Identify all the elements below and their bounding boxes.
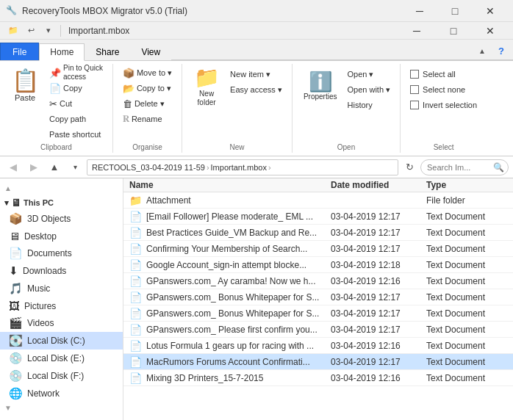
refresh-button[interactable]: ↻ xyxy=(401,159,417,175)
file-list-area: Name Date modified Type 📁 Attachment Fil… xyxy=(123,178,513,420)
qa-down-btn[interactable]: ▾ xyxy=(41,23,56,38)
ribbon-tab-bar: File Home Share View ▲ ? xyxy=(0,40,513,60)
ribbon-collapse-btn[interactable]: ▲ xyxy=(473,42,491,59)
minimize-button[interactable]: ─ xyxy=(403,0,437,22)
tab-file[interactable]: File xyxy=(0,43,39,60)
select-all-button[interactable]: Select all xyxy=(406,67,481,82)
pin-to-quick-access-button[interactable]: 📌 Pin to Quickaccess xyxy=(46,65,107,80)
rename-button[interactable]: 𝐑 Rename xyxy=(119,112,176,126)
title-bar: 🔧 RecoveryTools MBOX Migrator v5.0 (Tria… xyxy=(0,0,513,22)
cut-button[interactable]: ✂ Cut xyxy=(46,96,107,111)
sidebar-item-desktop[interactable]: 🖥 Desktop xyxy=(0,228,123,245)
invert-selection-button[interactable]: Invert selection xyxy=(406,98,481,112)
ribbon-group-organise: 📦 Move to ▾ 📂 Copy to ▾ 🗑 Delete ▾ 𝐑 Ren… xyxy=(113,64,182,153)
table-row[interactable]: 📄 Google Account_sign-in attempt blocke.… xyxy=(123,257,513,273)
address-path[interactable]: RECTOOLS_03-04-2019 11-59 › Important.mb… xyxy=(87,159,398,175)
file-list-header: Name Date modified Type xyxy=(123,178,513,192)
sidebar-this-pc-header[interactable]: ▾ 🖥 This PC xyxy=(0,194,123,210)
sidebar-item-pictures[interactable]: 🖼 Pictures xyxy=(0,297,123,314)
sidebar-item-music[interactable]: 🎵 Music xyxy=(0,280,123,297)
table-row[interactable]: 📁 Attachment File folder xyxy=(123,192,513,209)
maximize-button[interactable]: □ xyxy=(438,0,472,22)
file-rows: 📁 Attachment File folder 📄 [Email Follow… xyxy=(123,192,513,386)
path-crumb-2: Important.mbox xyxy=(211,163,267,172)
qa-filename: Important.mbox xyxy=(68,26,129,36)
explorer-maximize-btn[interactable]: □ xyxy=(437,20,470,42)
back-button[interactable]: ◀ xyxy=(4,159,22,176)
select-none-button[interactable]: Select none xyxy=(406,82,481,97)
table-row[interactable]: 📄 GPanswers.com_ Bonus Whitepaper for S.… xyxy=(123,289,513,305)
sidebar-item-network[interactable]: 🌐 Network xyxy=(0,385,123,402)
table-row[interactable]: 📄 MacRumors Forums Account Confirmati...… xyxy=(123,354,513,370)
properties-button[interactable]: ℹ️ Properties xyxy=(298,64,342,108)
window-controls: ─ □ ✕ xyxy=(403,0,507,22)
table-row[interactable]: 📄 Confirming Your Membership of Search..… xyxy=(123,241,513,257)
sidebar-item-downloads[interactable]: ⬇ Downloads xyxy=(0,262,123,280)
app-title: RecoveryTools MBOX Migrator v5.0 (Trial) xyxy=(22,6,403,16)
close-button[interactable]: ✕ xyxy=(473,0,507,22)
table-row[interactable]: 📄 GPanswers.com_ Please first confirm yo… xyxy=(123,322,513,338)
open-col: Open ▾ Open with ▾ History xyxy=(344,64,395,112)
history-button[interactable]: History xyxy=(344,98,395,112)
search-input[interactable] xyxy=(420,159,509,175)
qa-back-btn[interactable]: ↩ xyxy=(24,23,38,38)
clipboard-label: Clipboard xyxy=(40,142,72,153)
organise-label: Organise xyxy=(132,142,162,153)
explorer-minimize-btn[interactable]: ─ xyxy=(400,20,434,42)
table-row[interactable]: 📄 GPanswers.com_ Ay caramba! Now we h...… xyxy=(123,273,513,289)
ribbon-content: 📋 Paste 📌 Pin to Quickaccess 📄 Copy xyxy=(0,60,513,156)
ribbon-group-select: Select all Select none Invert selection … xyxy=(401,64,487,153)
help-btn[interactable]: ? xyxy=(492,42,510,59)
sidebar-scroll-up[interactable]: ▲ xyxy=(4,184,12,192)
col-header-name[interactable]: Name xyxy=(129,180,331,190)
organise-col: 📦 Move to ▾ 📂 Copy to ▾ 🗑 Delete ▾ 𝐑 Ren… xyxy=(119,64,176,126)
sidebar-item-videos[interactable]: 🎬 Videos xyxy=(0,314,123,332)
new-item-button[interactable]: New item ▾ xyxy=(226,67,286,82)
copy-to-button[interactable]: 📂 Copy to ▾ xyxy=(119,81,176,95)
path-crumb-1: RECTOOLS_03-04-2019 11-59 xyxy=(92,163,205,172)
delete-button[interactable]: 🗑 Delete ▾ xyxy=(119,96,176,111)
col-header-date[interactable]: Date modified xyxy=(331,180,426,190)
sidebar-item-local-disk--f--[interactable]: 💿 Local Disk (F:) xyxy=(0,367,123,385)
open-with-button[interactable]: Open with ▾ xyxy=(344,82,395,97)
table-row[interactable]: 📄 Best Practices Guide_VM Backup and Re.… xyxy=(123,225,513,241)
main-area: ▲ ▾ 🖥 This PC 📦 3D Objects 🖥 Desktop 📄 D… xyxy=(0,178,513,420)
copy-button[interactable]: 📄 Copy xyxy=(46,81,107,95)
table-row[interactable]: 📄 Lotus Formula 1 gears up for racing wi… xyxy=(123,338,513,354)
quick-access-toolbar: 📁 ↩ ▾ Important.mbox ─ □ ✕ xyxy=(0,22,513,40)
organise-buttons: 📦 Move to ▾ 📂 Copy to ▾ 🗑 Delete ▾ 𝐑 Ren… xyxy=(119,64,176,142)
move-to-button[interactable]: 📦 Move to ▾ xyxy=(119,65,176,80)
select-col: Select all Select none Invert selection xyxy=(406,64,481,112)
up-button[interactable]: ▲ xyxy=(46,159,63,176)
sidebar-item-local-disk--c--[interactable]: 💽 Local Disk (C:) xyxy=(0,332,123,350)
address-bar: ◀ ▶ ▲ ▾ RECTOOLS_03-04-2019 11-59 › Impo… xyxy=(0,156,513,178)
sidebar-item-documents[interactable]: 📄 Documents xyxy=(0,245,123,262)
ribbon-group-open: ℹ️ Properties Open ▾ Open with ▾ History… xyxy=(293,64,401,153)
recent-locations-button[interactable]: ▾ xyxy=(66,159,84,176)
paste-shortcut-button[interactable]: Paste shortcut xyxy=(46,127,107,142)
table-row[interactable]: 📄 [Email Follower] Please moderate_ EML … xyxy=(123,209,513,225)
new-buttons: 📁 Newfolder New item ▾ Easy access ▾ xyxy=(188,64,286,142)
paste-button[interactable]: 📋 Paste xyxy=(6,64,44,108)
table-row[interactable]: 📄 Mixing 3D Printers_15-7-2015 03-04-201… xyxy=(123,370,513,386)
ribbon-group-clipboard: 📋 Paste 📌 Pin to Quickaccess 📄 Copy xyxy=(0,64,113,153)
qa-separator xyxy=(60,25,61,37)
open-label: Open xyxy=(337,142,355,153)
table-row[interactable]: 📄 GPanswers.com_ Bonus Whitepaper for S.… xyxy=(123,305,513,322)
forward-button[interactable]: ▶ xyxy=(25,159,43,176)
qa-folder-icon[interactable]: 📁 xyxy=(6,23,21,38)
sidebar-scroll-down[interactable]: ▼ xyxy=(4,404,12,412)
easy-access-button[interactable]: Easy access ▾ xyxy=(226,82,286,97)
tab-home[interactable]: Home xyxy=(39,43,85,61)
new-folder-button[interactable]: 📁 Newfolder xyxy=(188,64,225,111)
open-button[interactable]: Open ▾ xyxy=(344,67,395,82)
copy-path-button[interactable]: Copy path xyxy=(46,112,107,126)
sidebar-item-3d-objects[interactable]: 📦 3D Objects xyxy=(0,210,123,228)
select-buttons: Select all Select none Invert selection xyxy=(406,64,481,142)
tab-share[interactable]: Share xyxy=(85,43,130,60)
clipboard-buttons: 📋 Paste 📌 Pin to Quickaccess 📄 Copy xyxy=(6,64,107,142)
sidebar-items: 📦 3D Objects 🖥 Desktop 📄 Documents ⬇ Dow… xyxy=(0,210,123,402)
explorer-close-btn[interactable]: ✕ xyxy=(473,20,507,42)
sidebar-item-local-disk--e--[interactable]: 💿 Local Disk (E:) xyxy=(0,350,123,367)
tab-view[interactable]: View xyxy=(130,43,171,60)
